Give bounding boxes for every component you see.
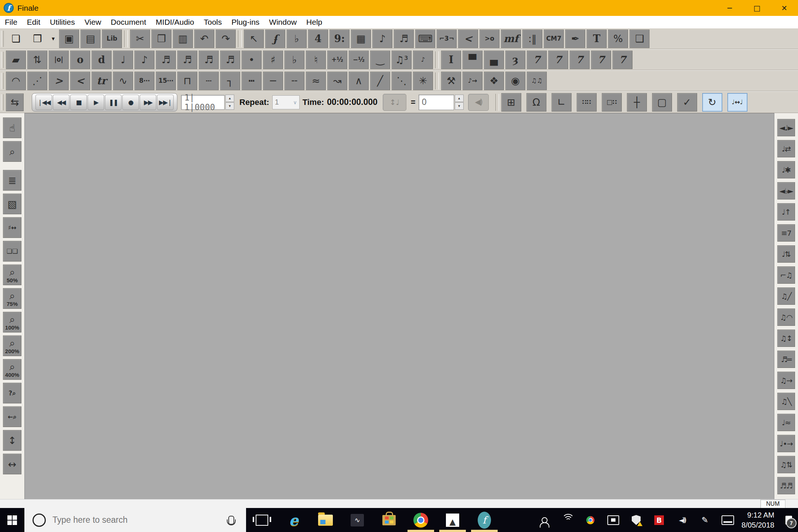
action-center-button[interactable]: 7 [780,508,798,532]
wifi-icon[interactable] [556,508,579,532]
staff-set-grid-button[interactable]: ⊞ [501,93,521,112]
quindicesima-button[interactable]: 15⋯ [156,72,176,90]
toolbar-grip[interactable] [1,94,4,110]
tab-slide-button[interactable]: ╱ [370,72,390,90]
eighth-rest-button[interactable]: 7 [527,51,547,69]
counter-spin-down[interactable]: ▼ [225,102,234,110]
pen-icon[interactable]: ✎ [693,508,716,532]
hyperscribe-tool-button[interactable]: ⌨ [415,30,435,48]
key-signature-tool-button[interactable]: ♭ [287,30,307,48]
menu-document[interactable]: Document [106,18,151,27]
search-input[interactable] [52,515,228,525]
display-tray-icon[interactable] [602,508,625,532]
volume-icon[interactable]: ◄))) [671,508,693,532]
close-button[interactable]: ✕ [771,0,798,16]
taskbar-clock[interactable]: 9:12 AM 8/05/2018 [741,510,774,530]
dashed-line-button[interactable]: ╌ [284,72,304,90]
vertical-spacing-tool-button[interactable]: ♫⇅ [777,456,795,473]
chrome-tray-icon[interactable] [579,508,602,532]
speedy-entry-tool-button[interactable]: ♬ [394,30,414,48]
note-asterisk-tool-button[interactable]: ♩✱ [777,161,795,178]
toolbar-grip[interactable] [1,52,4,68]
custom-line-button[interactable]: ∧ [349,72,369,90]
repeat-tool-button[interactable]: :‖ [522,30,542,48]
zoom-previous-button[interactable]: ←⌕ [3,406,21,427]
staff-tool-button[interactable]: ʄ [265,30,285,48]
beam-height-tool-button[interactable]: ♫↕ [777,330,795,347]
rest-mover-tool-button[interactable]: ≡7 [777,224,795,242]
repitch-button[interactable]: ⇅ [27,51,47,69]
quarter-note-button[interactable]: ♩ [113,51,133,69]
chord-tool-button[interactable]: CM7 [544,30,564,48]
fit-width-button[interactable]: ↔ [3,454,21,474]
crescendo-button[interactable]: < [70,72,90,90]
note-position-tool-button[interactable]: ◄♩► [777,119,795,136]
redo-button[interactable]: ↷ [216,30,236,48]
tuplet-entry-button[interactable]: ♫³ [392,51,412,69]
menu-utilities[interactable]: Utilities [45,18,80,27]
show-grid-button[interactable]: ┼ [627,93,647,112]
microphone-icon[interactable] [228,516,237,525]
guide-points-button[interactable]: □∷ [602,93,622,112]
beam-angle-tool-button[interactable]: ♫╱ [777,287,795,305]
glissando-button[interactable]: ≈ [306,72,326,90]
dashed-slur-button[interactable]: ⋰ [27,72,47,90]
page-layout-tool-button[interactable]: ❑ [630,30,649,48]
menu-view[interactable]: View [80,18,106,27]
zoom-100-button[interactable]: ⌕100% [3,312,21,332]
print-button[interactable]: ▤ [81,30,100,48]
double-whole-rest-button[interactable]: I [441,51,461,69]
one-twenty-eighth-rest-button[interactable]: 7 [613,51,632,69]
tie-shape-tool-button[interactable]: ♩≈ [777,414,795,431]
grace-note-button[interactable]: ♪ [413,51,433,69]
bracket-button[interactable]: ⊓ [177,72,197,90]
half-rest-button[interactable]: ▄ [484,51,504,69]
flat-button[interactable]: ♭ [284,51,304,69]
grid-points-button[interactable]: ∷∷ [577,93,597,112]
double-whole-note-button[interactable]: |o| [49,51,69,69]
new-document-button[interactable]: ❏ [6,30,26,48]
selection-frame-button[interactable]: ▢ [652,93,672,112]
sixty-fourth-note-button[interactable]: ♬ [199,51,219,69]
bend-button[interactable]: ↝ [327,72,347,90]
file-explorer-button[interactable] [310,508,341,532]
zoom-75-button[interactable]: ⌕75% [3,288,21,309]
natural-button[interactable]: ♮ [306,51,326,69]
paste-button[interactable]: ▥ [173,30,193,48]
stop-button[interactable]: ■ [70,95,87,110]
repeat-select[interactable]: 1 ∨ [272,95,300,109]
task-view-button[interactable] [246,508,278,532]
record-button[interactable]: ● [122,95,139,110]
sixty-fourth-rest-button[interactable]: 7 [591,51,611,69]
go-to-end-button[interactable]: ▶▶❘ [157,95,174,110]
zoom-200-button[interactable]: ⌕200% [3,335,21,356]
defender-shield-icon[interactable] [625,508,648,532]
whole-note-button[interactable]: o [70,51,90,69]
menu-edit[interactable]: Edit [22,18,45,27]
augmentation-dot-button[interactable]: • [242,51,262,69]
tuplet-tool-button[interactable]: ⌐3¬ [437,30,457,48]
special-tools-button[interactable]: ⚒ [441,72,461,90]
sharp-button[interactable]: ♯ [263,51,283,69]
zoom-tool-button[interactable]: ⌕ [3,141,21,162]
quarter-rest-button[interactable]: ȝ [505,51,525,69]
dashed-hook-bracket-button[interactable]: ┅ [242,72,262,90]
playback-counter-field[interactable]: 1| 1|0000 [181,95,225,110]
smart-shape-tool-button[interactable]: < [458,30,478,48]
counter-spin-up[interactable]: ▲ [225,95,234,102]
menu-window[interactable]: Window [264,18,301,27]
midi-tool-button[interactable]: ◉ [505,72,525,90]
eraser-button[interactable]: ▰ [6,51,26,69]
one-twenty-eighth-note-button[interactable]: ♬ [220,51,240,69]
expression-tool-button[interactable]: mf [501,30,521,48]
internet-explorer-button[interactable]: e [278,508,310,532]
open-dropdown-button[interactable]: ▾ [49,30,58,48]
measure-tool-button[interactable]: ▦ [351,30,371,48]
notehead-position-tool-button[interactable]: ♩⇄ [777,140,795,157]
fit-height-button[interactable]: ↕ [3,430,21,451]
rewind-button[interactable]: ◀◀ [53,95,69,110]
eighth-note-button[interactable]: ♪ [134,51,154,69]
half-step-up-button[interactable]: +½ [327,51,347,69]
simple-entry-tool-button[interactable]: ♪ [372,30,392,48]
photos-button[interactable]: ▲ [437,508,468,532]
